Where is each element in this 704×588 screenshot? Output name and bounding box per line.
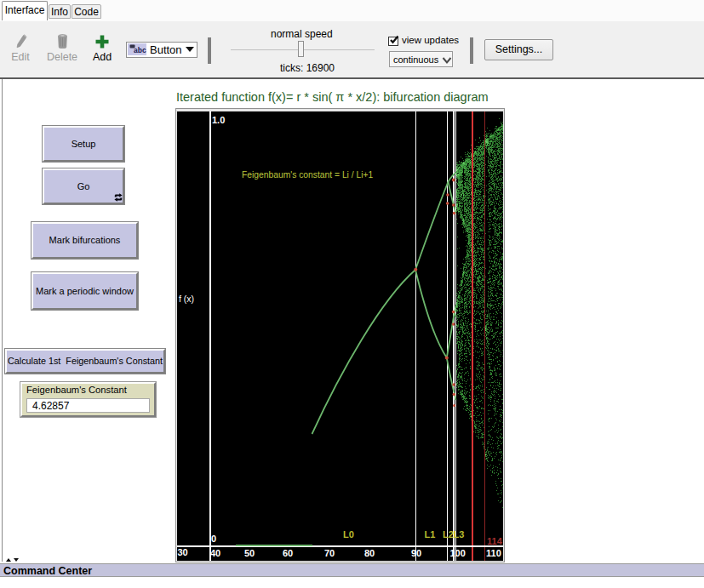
svg-text:L0: L0 [343,529,354,539]
svg-text:1.0: 1.0 [212,115,225,125]
svg-text:90: 90 [411,548,421,558]
svg-text:70: 70 [324,548,335,558]
svg-text:50: 50 [244,548,255,558]
svg-text:0: 0 [211,534,216,544]
svg-text:100: 100 [450,548,466,558]
svg-text:114: 114 [487,536,503,546]
svg-text:L2: L2 [443,529,454,539]
svg-text:Feigenbaum's constant = Li / L: Feigenbaum's constant = Li / Li+1 [242,170,374,180]
svg-text:30: 30 [178,547,188,557]
svg-text:80: 80 [364,548,375,558]
svg-text:L1: L1 [425,529,436,539]
svg-text:f (x): f (x) [179,294,194,304]
svg-text:L3: L3 [454,529,465,539]
svg-text:60: 60 [283,548,293,558]
svg-text:40: 40 [210,548,220,558]
svg-text:110: 110 [486,548,501,558]
